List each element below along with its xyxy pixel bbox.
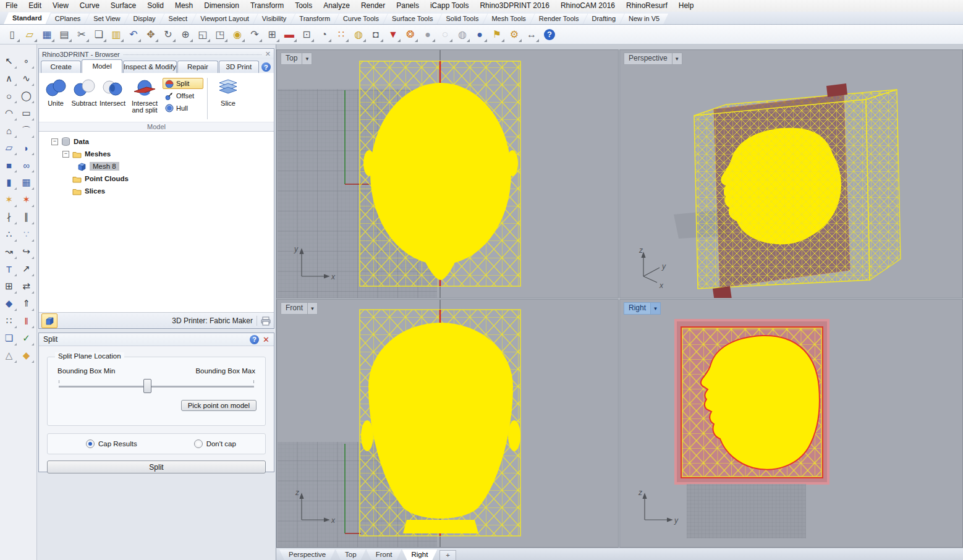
viewport-top[interactable]: y x Top ▼	[276, 49, 619, 299]
set-view-icon[interactable]: ◔	[316, 27, 331, 42]
extrude-icon[interactable]: ⇑	[19, 296, 34, 311]
toolbar-tab-render-tools[interactable]: Render Tools	[530, 14, 588, 24]
viewport-tab-front[interactable]: Front	[367, 549, 402, 560]
radio-icon[interactable]	[194, 439, 203, 448]
printer-icon[interactable]	[257, 316, 271, 326]
box-icon[interactable]: ■	[2, 158, 17, 172]
toolbar-tab-surface-tools[interactable]: Surface Tools	[383, 14, 441, 24]
undo-view-icon[interactable]: ↷	[247, 27, 262, 42]
toolbar-tab-standard[interactable]: Standard	[4, 12, 51, 24]
zoom-window-icon[interactable]: ◱	[195, 27, 210, 42]
paste-icon[interactable]: ▥	[109, 27, 124, 42]
options-icon[interactable]: ⚙	[507, 27, 522, 42]
open-file-icon[interactable]: ▱	[22, 27, 37, 42]
menu-render[interactable]: Render	[355, 0, 391, 12]
print-icon[interactable]: ▤	[57, 27, 72, 42]
rebuild-icon[interactable]: ↪	[19, 244, 34, 259]
toolbar-tab-transform[interactable]: Transform	[291, 14, 339, 24]
mirror-icon[interactable]: ⇄	[19, 279, 34, 294]
toolbar-tab-curve-tools[interactable]: Curve Tools	[334, 14, 388, 24]
toolbar-tab-set-view[interactable]: Set View	[85, 14, 129, 24]
slider-handle[interactable]	[143, 379, 151, 393]
tree-item-meshes[interactable]: − Meshes	[39, 148, 274, 160]
menu-help[interactable]: Help	[673, 0, 700, 12]
save-icon[interactable]: ▦	[40, 27, 54, 42]
viewport-tab-top[interactable]: Top	[336, 549, 366, 560]
menu-rhinoresurf[interactable]: RhinoResurf	[621, 0, 673, 12]
toolbar-tab-viewport-layout[interactable]: Viewport Layout	[192, 14, 258, 24]
zoom-selected-icon[interactable]: ◉	[230, 27, 245, 42]
viewport-label-perspective[interactable]: Perspective ▼	[624, 53, 682, 65]
tab-3d-print[interactable]: 3D Print	[219, 61, 259, 73]
right-viewport-canvas[interactable]: z y	[620, 300, 962, 547]
toolbar-tab-solid-tools[interactable]: Solid Tools	[437, 14, 487, 24]
analyze-flag-icon[interactable]: ⚑	[490, 27, 504, 42]
cplane-icon[interactable]: ⊡	[299, 27, 314, 42]
cylinder-icon[interactable]: ▮	[2, 175, 17, 190]
menu-icapp-tools[interactable]: iCapp Tools	[425, 0, 474, 12]
render-tools-icon[interactable]: ◆	[19, 348, 34, 363]
color-wheel-icon[interactable]: ❂	[403, 27, 418, 42]
hull-button[interactable]: Hull	[163, 103, 203, 114]
dont-cap-option[interactable]: Don't cap	[194, 439, 236, 448]
pick-point-button[interactable]: Pick point on model	[181, 400, 257, 411]
render-icon[interactable]: ▼	[386, 27, 401, 42]
menu-panels[interactable]: Panels	[391, 0, 425, 12]
polyline-icon[interactable]: ∧	[2, 71, 17, 86]
burst-icon[interactable]: ✶	[19, 192, 34, 207]
named-view-icon[interactable]: ▬	[282, 27, 297, 42]
viewport-tab-perspective[interactable]: Perspective	[279, 549, 335, 560]
layers-icon[interactable]: ❏	[2, 331, 17, 346]
rendered-view-icon[interactable]: ●	[472, 27, 487, 42]
surface-icon[interactable]: ▱	[2, 140, 17, 155]
copy-icon[interactable]: ❏	[91, 27, 106, 42]
menu-rhino3dprint-2016[interactable]: Rhino3DPRINT 2016	[474, 0, 555, 12]
split-curve-icon[interactable]: ∥	[19, 210, 34, 224]
subtract-button[interactable]: Subtract	[70, 75, 98, 122]
curved-surface-icon[interactable]: ◗	[19, 140, 34, 155]
menu-edit[interactable]: Edit	[23, 0, 47, 12]
viewport-label-right[interactable]: Right ▼	[624, 302, 661, 315]
menu-dimension[interactable]: Dimension	[198, 0, 245, 12]
close-icon[interactable]: ✕	[263, 335, 269, 344]
chevron-down-icon[interactable]: ▼	[650, 303, 660, 314]
menu-curve[interactable]: Curve	[74, 0, 105, 12]
browser-panel-header[interactable]: Rhino3DPRINT - Browser ✕	[39, 49, 274, 59]
top-viewport-canvas[interactable]: y x	[277, 50, 618, 298]
boolean-icon[interactable]: ∴	[2, 227, 17, 242]
chevron-down-icon[interactable]: ▼	[307, 303, 317, 314]
viewport-label-top[interactable]: Top ▼	[281, 53, 312, 65]
lattice-box-front[interactable]	[694, 100, 870, 289]
arc-icon[interactable]: ◠	[2, 106, 17, 121]
tab-repair[interactable]: Repair	[177, 61, 218, 73]
perspective-viewport-canvas[interactable]: z y x	[620, 50, 962, 298]
fillet-icon[interactable]: ⌒	[19, 123, 34, 138]
tab-inspect-modify[interactable]: Inspect & Modify	[123, 61, 177, 73]
menu-mesh[interactable]: Mesh	[169, 0, 198, 12]
toolbar-tab-new-in-v5[interactable]: New in V5	[620, 14, 668, 24]
boolean-alt-icon[interactable]: ∵	[19, 227, 34, 242]
menu-tools[interactable]: Tools	[289, 0, 318, 12]
check-icon[interactable]: ✓	[19, 331, 34, 346]
explode-icon[interactable]: ✶	[2, 192, 17, 207]
tab-create[interactable]: Create	[41, 61, 81, 73]
menu-transform[interactable]: Transform	[245, 0, 289, 12]
collapse-icon[interactable]: −	[62, 151, 69, 158]
close-icon[interactable]: ✕	[265, 50, 271, 58]
ghosted-view-icon[interactable]: ◌	[438, 27, 452, 42]
menu-solid[interactable]: Solid	[142, 0, 169, 12]
viewport-tab-right[interactable]: Right	[402, 549, 437, 560]
tree-item-data[interactable]: − Data	[39, 135, 274, 148]
collapse-icon[interactable]: −	[51, 138, 58, 145]
help-icon[interactable]: ?	[250, 335, 259, 344]
point-icon[interactable]: ∘	[19, 54, 34, 69]
undo-icon[interactable]: ↶	[126, 27, 141, 42]
polygon-icon[interactable]: ⌂	[2, 123, 17, 138]
array-linear-icon[interactable]: ‖	[19, 313, 34, 328]
help-icon[interactable]: ?	[544, 29, 555, 40]
intersect-button[interactable]: Intersect	[98, 75, 127, 122]
viewport-layout-icon[interactable]: ⊞	[265, 27, 279, 42]
offset-button[interactable]: Offset	[163, 90, 203, 101]
front-viewport-canvas[interactable]: z x	[277, 300, 618, 547]
blend-icon[interactable]: ↝	[2, 244, 17, 259]
